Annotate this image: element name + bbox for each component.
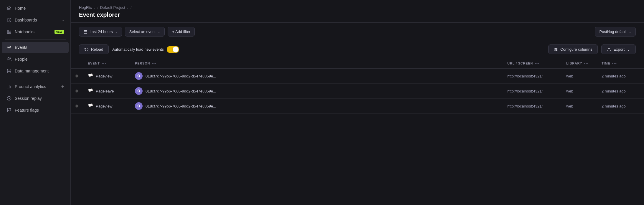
feature-flags-icon bbox=[6, 108, 12, 113]
event-name: Pageleave bbox=[96, 89, 114, 93]
events-table-container: EVENT ••• PERSON ••• URL / SCREEN bbox=[71, 58, 644, 205]
chevron-down-icon: ⌵ bbox=[62, 18, 64, 22]
breadcrumb-hogflix-label: HogFlix bbox=[79, 5, 92, 10]
add-filter-button[interactable]: + Add filter bbox=[168, 27, 195, 37]
analytics-icon bbox=[6, 84, 12, 89]
column-options-dots[interactable]: ••• bbox=[612, 61, 617, 65]
sidebar-item-label: Notebooks bbox=[15, 29, 52, 34]
svg-point-6 bbox=[9, 47, 10, 48]
session-replay-icon bbox=[6, 96, 12, 101]
avatar: O bbox=[135, 102, 143, 110]
col-expand bbox=[71, 58, 83, 69]
sidebar-item-dashboards[interactable]: Dashboards ⌵ bbox=[2, 14, 69, 26]
person-id: 018cf7c7-99b6-7005-9dd2-d547e8859e... bbox=[146, 74, 216, 78]
sidebar-item-events[interactable]: Events bbox=[2, 42, 69, 53]
cluster-select-label: PostHog default bbox=[599, 29, 627, 34]
event-select-label: Select an event bbox=[129, 29, 156, 34]
event-cell: 🏳️ Pageview bbox=[88, 103, 126, 109]
chevron-down-icon: ⌄ bbox=[158, 30, 160, 34]
auto-load-toggle[interactable] bbox=[167, 46, 179, 53]
table-row[interactable]: 🏳️ Pageleave O 018cf7c7-99b6-7005-9dd2-d… bbox=[71, 84, 644, 99]
chevron-down-icon: ⌄ bbox=[93, 6, 95, 9]
sidebar-item-label: Home bbox=[15, 6, 64, 11]
home-icon bbox=[6, 6, 12, 11]
events-table: EVENT ••• PERSON ••• URL / SCREEN bbox=[71, 58, 644, 114]
time-filter-button[interactable]: Last 24 hours ⌄ bbox=[79, 27, 122, 37]
sidebar-divider bbox=[5, 79, 66, 79]
new-badge: NEW bbox=[55, 30, 64, 34]
person-id: 018cf7c7-99b6-7005-9dd2-d547e8859e... bbox=[146, 104, 216, 108]
reload-label: Reload bbox=[91, 47, 103, 52]
col-library: LIBRARY ••• bbox=[562, 58, 597, 69]
event-emoji: 🏳️ bbox=[88, 103, 93, 109]
cluster-select-button[interactable]: PostHog default ⌄ bbox=[595, 27, 636, 37]
sidebar: Home Dashboards ⌵ Notebooks NEW bbox=[0, 0, 71, 205]
breadcrumb-hogflix[interactable]: HogFlix ⌄ bbox=[79, 5, 95, 10]
sidebar-item-home[interactable]: Home bbox=[2, 3, 69, 14]
export-label: Export bbox=[613, 47, 625, 52]
table-row[interactable]: 🏳️ Pageview O 018cf7c7-99b6-7005-9dd2-d5… bbox=[71, 69, 644, 84]
sidebar-item-people[interactable]: People bbox=[2, 54, 69, 65]
svg-point-24 bbox=[555, 48, 556, 49]
breadcrumb-separator: / bbox=[131, 5, 132, 10]
person-cell: O 018cf7c7-99b6-7005-9dd2-d547e8859e... bbox=[135, 102, 498, 110]
expand-button[interactable] bbox=[75, 89, 78, 93]
avatar: O bbox=[135, 87, 143, 95]
col-url: URL / SCREEN ••• bbox=[503, 58, 562, 69]
export-icon bbox=[607, 47, 611, 52]
breadcrumb-project-label: Default Project bbox=[100, 5, 125, 10]
url-cell: http://localhost:4321/ bbox=[503, 84, 562, 99]
svg-point-7 bbox=[8, 46, 11, 49]
url-cell: http://localhost:4321/ bbox=[503, 69, 562, 84]
chevron-down-icon: ⌄ bbox=[115, 30, 118, 34]
people-icon bbox=[6, 57, 12, 62]
breadcrumb-project[interactable]: Default Project ⌄ bbox=[100, 5, 129, 10]
svg-point-8 bbox=[8, 57, 9, 59]
event-cell: 🏳️ Pageleave bbox=[88, 88, 126, 94]
sidebar-item-product-analytics[interactable]: Product analytics + bbox=[2, 81, 69, 92]
svg-point-25 bbox=[556, 49, 557, 49]
sidebar-item-notebooks[interactable]: Notebooks NEW bbox=[2, 26, 69, 37]
column-options-dots[interactable]: ••• bbox=[535, 61, 539, 65]
actions-bar: Reload Automatically load new events Con… bbox=[71, 41, 644, 58]
sidebar-divider bbox=[5, 39, 66, 40]
add-filter-label: + Add filter bbox=[172, 29, 190, 34]
expand-button[interactable] bbox=[75, 104, 78, 108]
library-cell: web bbox=[562, 99, 597, 114]
export-button[interactable]: Export ⌄ bbox=[601, 44, 636, 54]
events-icon bbox=[6, 45, 12, 50]
svg-point-26 bbox=[555, 50, 556, 51]
configure-columns-button[interactable]: Configure columns bbox=[548, 44, 598, 54]
table-row[interactable]: 🏳️ Pageview O 018cf7c7-99b6-7005-9dd2-d5… bbox=[71, 99, 644, 114]
column-options-dots[interactable]: ••• bbox=[152, 61, 156, 65]
svg-point-9 bbox=[7, 69, 11, 70]
data-management-icon bbox=[6, 68, 12, 74]
event-emoji: 🏳️ bbox=[88, 88, 93, 94]
reload-button[interactable]: Reload bbox=[79, 44, 109, 54]
sidebar-item-label: Data management bbox=[15, 69, 64, 73]
column-options-dots[interactable]: ••• bbox=[584, 61, 589, 65]
avatar: O bbox=[135, 72, 143, 80]
column-options-dots[interactable]: ••• bbox=[102, 61, 106, 65]
toolbar: Last 24 hours ⌄ Select an event ⌄ + Add … bbox=[71, 23, 644, 41]
chevron-down-icon: ⌄ bbox=[629, 30, 631, 34]
breadcrumb: HogFlix ⌄ / Default Project ⌄ / bbox=[79, 5, 636, 10]
person-cell: O 018cf7c7-99b6-7005-9dd2-d547e8859e... bbox=[135, 72, 498, 80]
page-header: HogFlix ⌄ / Default Project ⌄ / Event ex… bbox=[71, 0, 644, 23]
plus-icon[interactable]: + bbox=[61, 84, 64, 89]
calendar-icon bbox=[83, 30, 87, 34]
sidebar-item-data-management[interactable]: Data management bbox=[2, 65, 69, 77]
configure-columns-label: Configure columns bbox=[560, 47, 592, 52]
event-emoji: 🏳️ bbox=[88, 73, 93, 79]
event-select-button[interactable]: Select an event ⌄ bbox=[125, 27, 165, 37]
sidebar-item-feature-flags[interactable]: Feature flags bbox=[2, 105, 69, 116]
time-cell: 2 minutes ago bbox=[597, 99, 644, 114]
library-cell: web bbox=[562, 69, 597, 84]
person-id: 018cf7c7-99b6-7005-9dd2-d547e8859e... bbox=[146, 89, 216, 93]
col-person: PERSON ••• bbox=[130, 58, 503, 69]
table-header-row: EVENT ••• PERSON ••• URL / SCREEN bbox=[71, 58, 644, 69]
expand-button[interactable] bbox=[75, 74, 78, 78]
person-cell: O 018cf7c7-99b6-7005-9dd2-d547e8859e... bbox=[135, 87, 498, 95]
sidebar-item-session-replay[interactable]: Session replay bbox=[2, 93, 69, 104]
page-title: Event explorer bbox=[79, 11, 636, 18]
